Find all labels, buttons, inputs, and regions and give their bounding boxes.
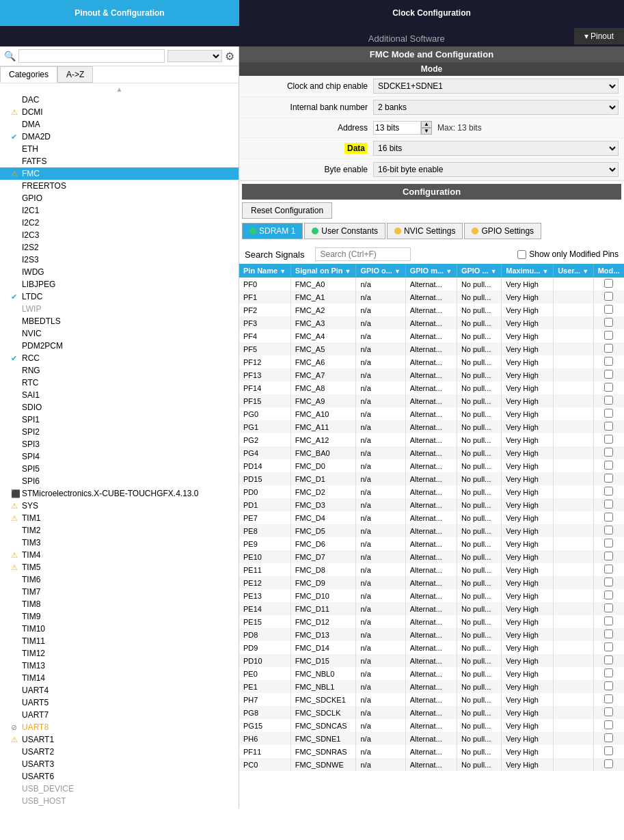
col-header-gpio----[interactable]: GPIO ... ▼ [457,264,501,277]
col-header-user---[interactable]: User... ▼ [554,264,594,277]
mod-checkbox[interactable] [604,552,613,560]
sidebar-item-usart2[interactable]: USART2 [0,746,239,758]
tab-a-to-z[interactable]: A->Z [57,66,93,83]
mod-checkbox[interactable] [604,733,613,742]
mod-checkbox[interactable] [604,668,613,677]
sidebar-item-tim14[interactable]: TIM14 [0,672,239,684]
sidebar-item-usb-host[interactable]: USB_HOST [0,795,239,807]
col-header-signal-on-pin[interactable]: Signal on Pin ▼ [290,264,356,277]
mod-checkbox[interactable] [604,539,613,547]
sidebar-item-spi4[interactable]: SPI4 [0,450,239,463]
mod-checkbox[interactable] [604,383,613,392]
sidebar-item-usart3[interactable]: USART3 [0,758,239,770]
search-signals-input[interactable] [315,247,411,261]
reset-config-button[interactable]: Reset Configuration [242,202,332,219]
sidebar-item-tim11[interactable]: TIM11 [0,635,239,647]
mod-checkbox[interactable] [604,357,613,366]
mod-checkbox[interactable] [604,720,613,729]
mod-checkbox[interactable] [604,292,613,301]
sidebar-item-eth[interactable]: ETH [0,143,239,155]
sidebar-item-pdm2pcm[interactable]: PDM2PCM [0,340,239,352]
mod-checkbox[interactable] [604,526,613,534]
sidebar-item-tim4[interactable]: ⚠TIM4 [0,549,239,561]
mod-checkbox[interactable] [604,318,613,327]
mod-checkbox[interactable] [604,681,613,690]
sidebar-item-dma2d[interactable]: ✔DMA2D [0,131,239,143]
config-tab-user-constants[interactable]: User Constants [304,223,385,239]
sidebar-item-iwdg[interactable]: IWDG [0,266,239,278]
show-modified-checkbox[interactable] [517,250,526,259]
mod-checkbox[interactable] [604,422,613,431]
mod-checkbox[interactable] [604,409,613,418]
sidebar-item-sys[interactable]: ⚠SYS [0,500,239,512]
col-header-mod---[interactable]: Mod... [593,264,624,277]
mod-checkbox[interactable] [604,513,613,521]
col-header-gpio-o---[interactable]: GPIO o... ▼ [356,264,405,277]
sidebar-item-tim10[interactable]: TIM10 [0,623,239,635]
mod-checkbox[interactable] [604,746,613,755]
sidebar-item-i2s2[interactable]: I2S2 [0,241,239,254]
internal-bank-select[interactable]: 2 banks [373,100,619,115]
spinner-up[interactable]: ▲ [421,121,432,128]
mod-checkbox[interactable] [604,435,613,444]
sidebar-item-dma[interactable]: DMA [0,118,239,131]
address-input[interactable] [373,121,421,135]
byte-enable-select[interactable]: 16-bit byte enable [373,162,619,177]
sidebar-item-mbedtls[interactable]: MBEDTLS [0,315,239,327]
sidebar-item-dcmi[interactable]: ⚠DCMI [0,106,239,118]
sidebar-item-tim1[interactable]: ⚠TIM1 [0,512,239,524]
mod-checkbox[interactable] [604,655,613,664]
sidebar-item-spi2[interactable]: SPI2 [0,426,239,438]
sidebar-item-rtc[interactable]: RTC [0,377,239,389]
sidebar-item-stmicroelectronics-x-cube-touchgfx-4-13-0[interactable]: ⬛STMicroelectronics.X-CUBE-TOUCHGFX.4.13… [0,487,239,500]
sidebar-item-spi3[interactable]: SPI3 [0,438,239,450]
mod-checkbox[interactable] [604,487,613,496]
mod-checkbox[interactable] [604,396,613,405]
data-select[interactable]: 16 bits [373,141,619,156]
col-header-pin-name[interactable]: Pin Name ▼ [239,264,290,277]
sidebar-item-uart7[interactable]: UART7 [0,709,239,721]
sidebar-item-tim9[interactable]: TIM9 [0,610,239,623]
tab-categories[interactable]: Categories [0,66,57,83]
config-tab-nvic-settings[interactable]: NVIC Settings [387,223,463,239]
sidebar-item-fmc[interactable]: ⚠FMC [0,167,239,180]
sidebar-item-tim6[interactable]: TIM6 [0,573,239,586]
sidebar-item-usb-device[interactable]: USB_DEVICE [0,783,239,795]
mod-checkbox[interactable] [604,448,613,457]
mod-checkbox[interactable] [604,707,613,716]
sidebar-item-i2c3[interactable]: I2C3 [0,229,239,241]
sidebar-item-freertos[interactable]: FREERTOS [0,180,239,192]
clock-chip-select[interactable]: SDCKE1+SDNE1 [373,79,619,94]
mod-checkbox[interactable] [604,500,613,509]
mod-checkbox[interactable] [604,461,613,470]
sidebar-item-spi6[interactable]: SPI6 [0,475,239,487]
sidebar-item-uart4[interactable]: UART4 [0,684,239,696]
sidebar-item-rcc[interactable]: ✔RCC [0,352,239,364]
sidebar-item-usart6[interactable]: USART6 [0,770,239,783]
pinout-config-title[interactable]: Pinout & Configuration [0,0,239,26]
mod-checkbox[interactable] [604,578,613,586]
mod-checkbox[interactable] [604,305,613,314]
mod-checkbox[interactable] [604,474,613,483]
sidebar-item-ltdc[interactable]: ✔LTDC [0,290,239,303]
sidebar-item-libjpeg[interactable]: LIBJPEG [0,278,239,290]
sidebar-item-lwip[interactable]: LWIP [0,303,239,315]
sidebar-item-usart1[interactable]: ⚠USART1 [0,733,239,746]
sidebar-item-uart5[interactable]: UART5 [0,696,239,709]
sidebar-search-input[interactable] [18,49,165,63]
col-header-maximu---[interactable]: Maximu... ▼ [502,264,554,277]
mod-checkbox[interactable] [604,279,613,288]
mod-checkbox[interactable] [604,591,613,599]
sidebar-item-nvic[interactable]: NVIC [0,327,239,340]
sidebar-item-tim12[interactable]: TIM12 [0,647,239,660]
spinner-down[interactable]: ▼ [421,128,432,135]
mod-checkbox[interactable] [604,694,613,703]
gear-icon[interactable]: ⚙ [225,50,234,63]
sidebar-item-sai1[interactable]: SAI1 [0,389,239,401]
address-spinner[interactable]: ▲ ▼ [421,121,432,135]
mod-checkbox[interactable] [604,331,613,340]
sidebar-item-uart8[interactable]: ⊘UART8 [0,721,239,733]
clock-config-title[interactable]: Clock Configuration [239,0,624,26]
mod-checkbox[interactable] [604,759,613,768]
mod-checkbox[interactable] [604,604,613,612]
